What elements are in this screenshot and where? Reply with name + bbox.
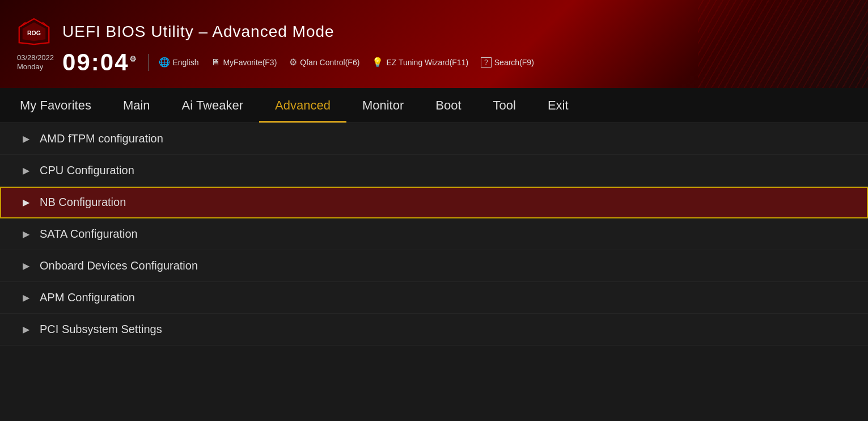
myfavorite-button[interactable]: 🖥 MyFavorite(F3) (211, 57, 277, 68)
nav-item-advanced[interactable]: Advanced (259, 88, 346, 123)
menu-label-sata-config: SATA Configuration (40, 228, 138, 241)
qfan-button[interactable]: ⚙ Qfan Control(F6) (289, 57, 359, 68)
menu-item-nb-config[interactable]: ▶NB Configuration (0, 187, 868, 218)
header-bottom: 03/28/2022 Monday 09:04⚙ 🌐 English 🖥 MyF… (0, 50, 868, 81)
svg-text:ROG: ROG (27, 29, 41, 36)
toolbar: 🌐 English 🖥 MyFavorite(F3) ⚙ Qfan Contro… (159, 57, 534, 68)
menu-label-onboard-devices: Onboard Devices Configuration (40, 259, 198, 272)
eztuning-icon: 💡 (372, 57, 383, 68)
language-label: English (173, 58, 199, 67)
nav-item-exit[interactable]: Exit (532, 88, 585, 123)
main-content: ▶AMD fTPM configuration▶CPU Configuratio… (0, 123, 868, 346)
search-label: Search(F9) (494, 58, 534, 67)
menu-item-amd-ftpm[interactable]: ▶AMD fTPM configuration (0, 123, 868, 155)
eztuning-label: EZ Tuning Wizard(F11) (386, 58, 468, 67)
rog-logo: ROG (17, 18, 51, 46)
menu-item-sata-config[interactable]: ▶SATA Configuration (0, 218, 868, 250)
qfan-label: Qfan Control(F6) (300, 58, 359, 67)
chevron-right-icon: ▶ (23, 197, 29, 208)
page-title: UEFI BIOS Utility – Advanced Mode (62, 23, 335, 41)
date-display: 03/28/2022 (17, 53, 54, 62)
settings-icon[interactable]: ⚙ (129, 54, 138, 64)
menu-label-nb-config: NB Configuration (40, 196, 126, 209)
globe-icon: 🌐 (159, 57, 170, 68)
header: ROG UEFI BIOS Utility – Advanced Mode 03… (0, 0, 868, 88)
menu-item-onboard-devices[interactable]: ▶Onboard Devices Configuration (0, 250, 868, 282)
header-top: ROG UEFI BIOS Utility – Advanced Mode (0, 7, 868, 50)
day-display: Monday (17, 62, 54, 71)
chevron-right-icon: ▶ (23, 260, 29, 271)
menu-label-pci-subsystem: PCI Subsystem Settings (40, 323, 162, 336)
chevron-right-icon: ▶ (23, 324, 29, 335)
menu-label-apm-config: APM Configuration (40, 291, 135, 304)
eztuning-button[interactable]: 💡 EZ Tuning Wizard(F11) (372, 57, 468, 68)
chevron-right-icon: ▶ (23, 292, 29, 303)
chevron-right-icon: ▶ (23, 165, 29, 176)
search-icon: ? (481, 57, 492, 68)
chevron-right-icon: ▶ (23, 229, 29, 239)
menu-label-cpu-config: CPU Configuration (40, 164, 134, 177)
language-button[interactable]: 🌐 English (159, 57, 199, 68)
nav-bar: My FavoritesMainAi TweakerAdvancedMonito… (0, 88, 868, 123)
menu-item-apm-config[interactable]: ▶APM Configuration (0, 282, 868, 314)
time-display: 09:04⚙ (62, 50, 137, 74)
nav-item-tool[interactable]: Tool (477, 88, 532, 123)
menu-item-cpu-config[interactable]: ▶CPU Configuration (0, 155, 868, 187)
search-button[interactable]: ? Search(F9) (481, 57, 534, 68)
myfavorite-label: MyFavorite(F3) (223, 58, 277, 67)
menu-item-pci-subsystem[interactable]: ▶PCI Subsystem Settings (0, 314, 868, 346)
nav-item-monitor[interactable]: Monitor (346, 88, 420, 123)
datetime: 03/28/2022 Monday (17, 53, 54, 71)
nav-item-ai-tweaker[interactable]: Ai Tweaker (166, 88, 259, 123)
myfavorite-icon: 🖥 (211, 57, 220, 68)
menu-label-amd-ftpm: AMD fTPM configuration (40, 132, 163, 145)
nav-item-my-favorites[interactable]: My Favorites (0, 88, 107, 123)
qfan-icon: ⚙ (289, 57, 297, 68)
nav-item-main[interactable]: Main (107, 88, 166, 123)
chevron-right-icon: ▶ (23, 133, 29, 144)
divider (148, 54, 149, 71)
nav-item-boot[interactable]: Boot (420, 88, 477, 123)
